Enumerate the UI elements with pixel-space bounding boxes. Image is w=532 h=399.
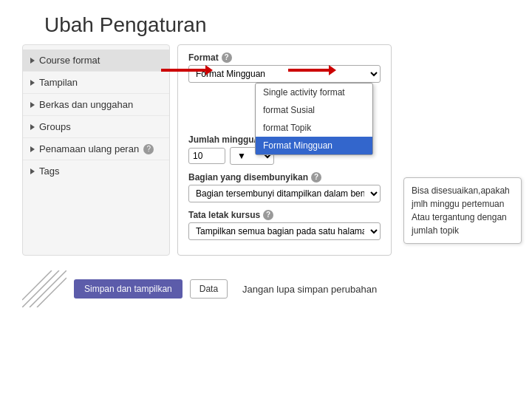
svg-line-1 [30, 270, 66, 307]
sidebar-item-label: Course format [39, 55, 100, 66]
sidebar-item-penamaan[interactable]: Penamaan ulang peran ? [23, 138, 169, 160]
sidebar-item-label: Berkas dan unggahan [39, 99, 133, 110]
help-icon[interactable]: ? [143, 144, 154, 154]
red-arrow-2 [288, 65, 336, 75]
dropdown-option-topik[interactable]: format Topik [256, 119, 372, 137]
reset-button[interactable]: Data [190, 279, 228, 299]
tata-select[interactable]: Tampilkan semua bagian pada satu halaman [188, 222, 381, 240]
diagonal-decoration [22, 270, 66, 307]
tooltip-box: Bisa disesuaikan,apakah jmlh minggu pert… [403, 177, 522, 244]
sidebar-item-tampilan[interactable]: Tampilan [23, 72, 169, 94]
bagian-help-icon[interactable]: ? [311, 172, 321, 183]
dropdown-option-mingguan[interactable]: Format Mingguan [256, 137, 372, 154]
sidebar-item-label: Penamaan ulang peran [39, 143, 139, 154]
bagian-row: Bagian yang disembunyikan ? Bagian terse… [188, 172, 381, 202]
chevron-icon [30, 80, 35, 86]
tata-row: Tata letak kursus ? Tampilkan semua bagi… [188, 210, 381, 240]
tata-label: Tata letak kursus ? [188, 210, 381, 220]
chevron-icon [30, 102, 35, 108]
svg-line-3 [22, 270, 52, 300]
svg-line-0 [22, 270, 59, 307]
sidebar-item-course-format[interactable]: Course format [23, 50, 169, 72]
chevron-icon [30, 146, 35, 152]
dropdown-option-sosial[interactable]: format Susial [256, 101, 372, 119]
sidebar-item-tags[interactable]: Tags [23, 160, 169, 182]
svg-line-2 [37, 278, 66, 307]
bottom-area: Simpan dan tampilkan Data Jangan lupa si… [0, 259, 532, 307]
bagian-select[interactable]: Bagian tersembunyi ditampilkan dalam ben… [188, 185, 381, 202]
format-dropdown-overlay: Single activity format format Susial for… [255, 83, 373, 155]
format-select-container: Single activity format format Susial for… [188, 65, 381, 83]
save-button[interactable]: Simpan dan tampilkan [74, 279, 183, 299]
sidebar-item-berkas[interactable]: Berkas dan unggahan [23, 94, 169, 116]
chevron-icon [30, 58, 35, 64]
chevron-icon [30, 168, 35, 174]
form-panel: Format ? Single activity format format S… [177, 44, 392, 256]
format-help-icon[interactable]: ? [222, 52, 232, 63]
format-label: Format ? [188, 52, 381, 63]
sidebar-item-label: Tags [39, 166, 59, 177]
sidebar: Course format Tampilan Berkas dan unggah… [22, 44, 170, 256]
format-select[interactable]: Single activity format format Susial for… [188, 65, 381, 83]
note-text: Jangan lupa simpan perubahan [242, 284, 377, 295]
red-arrow-1 [161, 65, 213, 75]
sidebar-item-label: Groups [39, 121, 71, 132]
sidebar-item-groups[interactable]: Groups [23, 116, 169, 138]
dropdown-option-single[interactable]: Single activity format [256, 83, 372, 101]
format-row: Format ? Single activity format format S… [188, 52, 381, 83]
sidebar-item-label: Tampilan [39, 77, 78, 88]
bagian-label: Bagian yang disembunyikan ? [188, 172, 381, 183]
tooltip-text: Bisa disesuaikan,apakah jmlh minggu pert… [412, 185, 510, 236]
page-title: Ubah Pengaturan [0, 0, 532, 44]
tata-help-icon[interactable]: ? [263, 210, 273, 220]
diagonal-svg [22, 270, 66, 307]
chevron-icon [30, 124, 35, 130]
jumlah-input[interactable] [188, 148, 225, 164]
